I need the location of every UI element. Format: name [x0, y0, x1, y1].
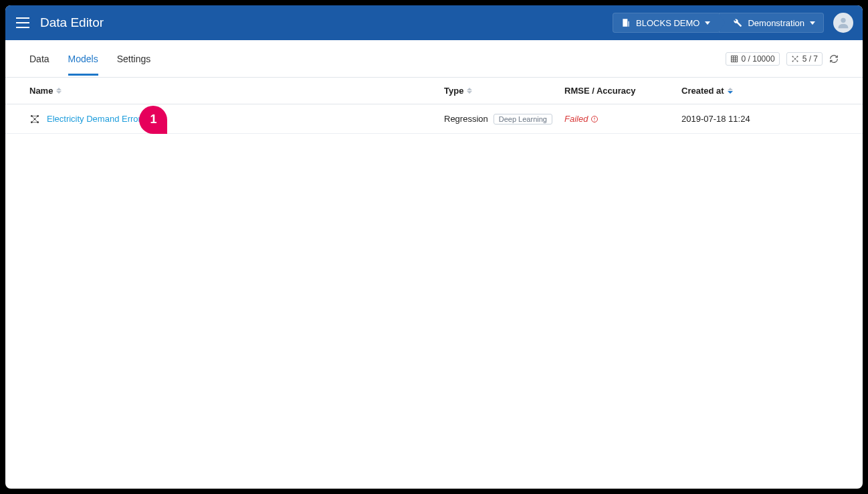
- app-title: Data Editor: [40, 15, 613, 30]
- breadcrumb-project-label: Demonstration: [748, 18, 804, 28]
- model-status: Failed: [564, 114, 681, 124]
- model-type: Regression: [444, 114, 488, 124]
- breadcrumb-org-label: BLOCKS DEMO: [636, 18, 699, 28]
- sort-icon: [728, 88, 733, 94]
- building-icon: [621, 18, 631, 27]
- tab-data[interactable]: Data: [29, 42, 49, 76]
- rows-count: 0 / 10000: [742, 54, 775, 64]
- table-header: Name Type RMSE / Accuracy Created at: [5, 78, 863, 104]
- svg-point-27: [594, 120, 595, 120]
- svg-rect-2: [16, 27, 29, 28]
- sort-icon: [467, 88, 472, 94]
- col-created[interactable]: Created at: [681, 86, 839, 96]
- model-method-badge: Deep Learning: [494, 114, 552, 125]
- wrench-icon: [733, 18, 742, 27]
- grid-icon: [730, 55, 738, 63]
- user-icon: [836, 15, 851, 30]
- alert-icon: [590, 115, 599, 123]
- col-name[interactable]: Name: [29, 86, 444, 96]
- caret-down-icon: [810, 21, 815, 25]
- network-icon: [791, 55, 799, 63]
- model-name-link[interactable]: Electricity Demand Error: [47, 114, 141, 124]
- refresh-icon: [829, 54, 839, 64]
- fields-count: 5 / 7: [802, 54, 818, 64]
- rows-chip: 0 / 10000: [726, 52, 780, 66]
- row-menu-button[interactable]: [839, 114, 863, 125]
- tab-models[interactable]: Models: [68, 42, 98, 76]
- tab-settings[interactable]: Settings: [117, 42, 151, 76]
- hamburger-menu-icon[interactable]: [15, 15, 31, 31]
- breadcrumb-org[interactable]: BLOCKS DEMO: [613, 13, 719, 33]
- model-icon: [29, 114, 40, 125]
- svg-rect-4: [731, 56, 737, 62]
- svg-rect-0: [16, 17, 29, 19]
- model-created-at: 2019-07-18 11:24: [681, 114, 839, 124]
- col-rmse[interactable]: RMSE / Accuracy: [564, 86, 681, 96]
- tabs-bar: Data Models Settings 0 / 10000 5 / 7: [5, 40, 863, 78]
- sort-icon: [56, 88, 62, 94]
- caret-down-icon: [705, 21, 710, 25]
- avatar[interactable]: [833, 13, 853, 33]
- models-table: Name Type RMSE / Accuracy Created at Ele…: [5, 78, 863, 134]
- annotation-marker: 1: [139, 106, 167, 134]
- table-row: Electricity Demand Error Regression Deep…: [5, 104, 863, 134]
- svg-point-3: [841, 18, 845, 23]
- breadcrumb-project[interactable]: Demonstration: [719, 13, 824, 33]
- svg-rect-1: [16, 22, 29, 23]
- fields-chip: 5 / 7: [786, 52, 823, 66]
- refresh-button[interactable]: [829, 54, 839, 64]
- app-header: Data Editor BLOCKS DEMO Demonstration: [5, 5, 863, 40]
- col-type[interactable]: Type: [444, 86, 564, 96]
